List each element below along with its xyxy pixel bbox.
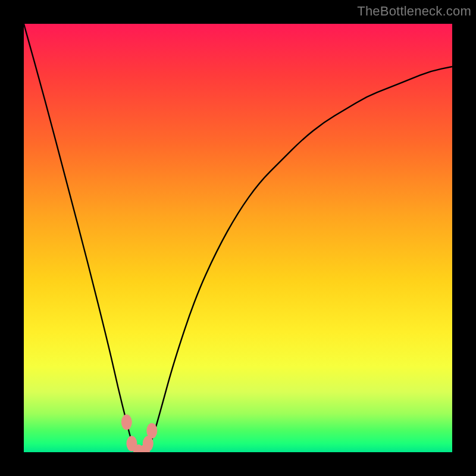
watermark-label: TheBottleneck.com — [357, 4, 471, 19]
plot-area — [24, 24, 452, 452]
curve-path — [24, 24, 452, 452]
curve-marker — [146, 423, 157, 439]
curve-markers — [121, 415, 157, 452]
chart-frame: TheBottleneck.com — [0, 0, 476, 476]
curve-marker — [121, 415, 132, 430]
bottleneck-curve — [24, 24, 452, 452]
